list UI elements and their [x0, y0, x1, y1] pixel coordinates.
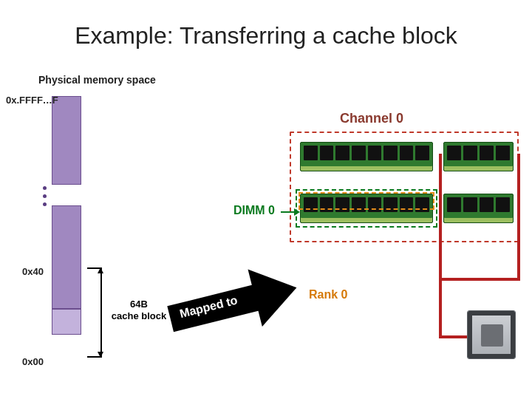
cache-block-text: cache block — [112, 310, 166, 321]
memory-space-label: Physical memory space — [38, 74, 156, 86]
address-mid: 0x40 — [22, 266, 44, 277]
memory-segment-upper — [52, 96, 81, 185]
channel-label: Channel 0 — [340, 111, 403, 126]
dimm-module — [443, 142, 514, 171]
cpu-chip-icon — [467, 310, 516, 359]
address-high: 0x.FFFF…F — [6, 95, 58, 106]
ellipsis-icon — [43, 186, 47, 206]
rank-0-highlight — [299, 192, 434, 210]
bus-vertical — [439, 154, 442, 338]
rank-label: Rank 0 — [309, 288, 347, 301]
memory-segment-lower — [52, 205, 81, 309]
dimm-arrow-icon — [281, 211, 299, 213]
cache-block-label: 64B cache block — [109, 299, 168, 323]
mapped-to-arrow: Mapped to — [163, 258, 307, 347]
physical-memory-column — [52, 96, 81, 362]
bus-vertical-2 — [517, 154, 520, 281]
address-low: 0x00 — [22, 356, 44, 367]
cache-block-extent — [87, 267, 102, 358]
memory-segment-cacheblock — [52, 309, 81, 335]
dimm-module — [443, 194, 514, 223]
dimm-module — [300, 142, 433, 171]
page-title: Example: Transferring a cache block — [0, 22, 532, 50]
dimm-label: DIMM 0 — [233, 204, 275, 217]
bus-horizontal — [439, 278, 520, 281]
cache-block-size: 64B — [130, 299, 148, 310]
